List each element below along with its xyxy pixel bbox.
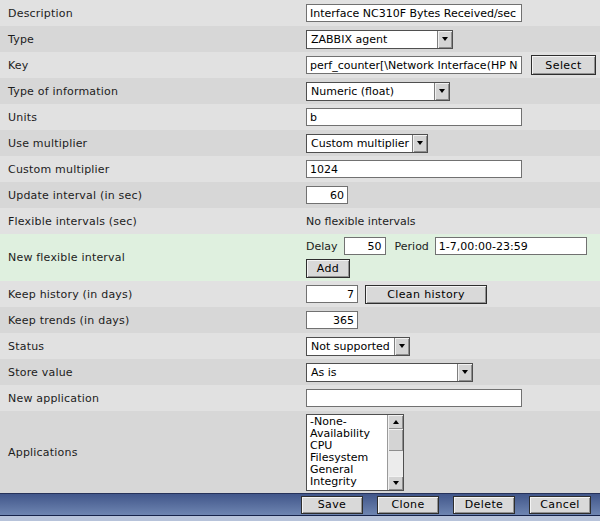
key-label: Key [0,59,306,72]
list-item[interactable]: Availability [307,428,387,440]
key-select-button[interactable]: Select [531,55,596,75]
clone-button[interactable]: Clone [377,496,439,514]
chevron-down-icon[interactable] [412,135,427,152]
row-type: Type ZABBIX agent [0,26,600,52]
new-application-input[interactable] [306,389,522,407]
list-item[interactable]: Integrity [307,476,387,488]
keep-trends-input[interactable] [306,311,358,329]
period-input[interactable] [435,237,587,255]
scroll-down-icon[interactable] [388,476,403,490]
footer-action-bar: Save Clone Delete Cancel [0,493,600,516]
type-label: Type [0,33,306,46]
row-store-value: Store value As is [0,359,600,385]
footer-bottom-strip [0,516,600,521]
status-select-value: Not supported [307,338,394,355]
store-value-select[interactable]: As is [306,363,473,382]
keep-history-label: Keep history (in days) [0,288,306,301]
row-type-of-information: Type of information Numeric (float) [0,78,600,104]
delay-label: Delay [306,240,338,253]
custom-multiplier-input[interactable] [306,160,522,178]
add-flexible-interval-button[interactable]: Add [306,259,350,278]
units-label: Units [0,111,306,124]
type-select-value: ZABBIX agent [307,31,437,48]
delay-input[interactable] [344,237,386,255]
use-multiplier-select-value: Custom multiplier [307,135,412,152]
row-flexible-intervals: Flexible intervals (sec) No flexible int… [0,208,600,234]
scrollbar-track[interactable] [388,451,403,476]
list-item[interactable]: -None- [307,416,387,428]
type-of-information-select[interactable]: Numeric (float) [306,82,450,101]
chevron-down-icon[interactable] [437,31,452,48]
status-label: Status [0,340,306,353]
item-config-form: Description Type ZABBIX agent Key Select… [0,0,600,521]
list-item[interactable]: Filesystem [307,452,387,464]
listbox-scrollbar[interactable] [387,415,403,490]
description-input[interactable] [306,4,522,22]
scrollbar-thumb[interactable] [388,429,403,451]
custom-multiplier-label: Custom multiplier [0,163,306,176]
flexible-intervals-label: Flexible intervals (sec) [0,215,306,228]
chevron-down-icon[interactable] [394,338,409,355]
use-multiplier-label: Use multiplier [0,137,306,150]
key-input[interactable] [306,56,522,74]
chevron-down-icon[interactable] [457,364,472,381]
save-button[interactable]: Save [301,496,363,514]
cancel-button[interactable]: Cancel [529,496,591,514]
description-label: Description [0,7,306,20]
store-value-label: Store value [0,366,306,379]
status-select[interactable]: Not supported [306,337,410,356]
update-interval-label: Update interval (in sec) [0,189,306,202]
row-custom-multiplier: Custom multiplier [0,156,600,182]
row-use-multiplier: Use multiplier Custom multiplier [0,130,600,156]
keep-history-input[interactable] [306,285,358,303]
type-select[interactable]: ZABBIX agent [306,30,453,49]
row-status: Status Not supported [0,333,600,359]
type-of-information-select-value: Numeric (float) [307,83,434,100]
row-keep-trends: Keep trends (in days) [0,307,600,333]
delete-button[interactable]: Delete [453,496,515,514]
row-description: Description [0,0,600,26]
applications-label: Applications [0,446,306,459]
period-label: Period [395,240,429,253]
chevron-down-icon[interactable] [434,83,449,100]
flexible-intervals-value: No flexible intervals [306,215,416,228]
list-item[interactable]: CPU [307,440,387,452]
row-new-application: New application [0,385,600,411]
clean-history-button[interactable]: Clean history [365,285,487,304]
new-flexible-interval-label: New flexible interval [0,251,306,264]
row-key: Key Select [0,52,600,78]
row-new-flexible-interval: New flexible interval Delay Period Add [0,234,600,281]
update-interval-input[interactable] [306,186,348,204]
row-keep-history: Keep history (in days) Clean history [0,281,600,307]
applications-listbox[interactable]: -None- Availability CPU Filesystem Gener… [306,414,404,491]
scroll-up-icon[interactable] [388,415,403,429]
use-multiplier-select[interactable]: Custom multiplier [306,134,428,153]
row-update-interval: Update interval (in sec) [0,182,600,208]
applications-options: -None- Availability CPU Filesystem Gener… [307,415,387,490]
row-applications: Applications -None- Availability CPU Fil… [0,411,600,493]
row-units: Units [0,104,600,130]
type-of-information-label: Type of information [0,85,306,98]
store-value-select-value: As is [307,364,457,381]
list-item[interactable]: General [307,464,387,476]
units-input[interactable] [306,108,522,126]
keep-trends-label: Keep trends (in days) [0,314,306,327]
new-application-label: New application [0,392,306,405]
